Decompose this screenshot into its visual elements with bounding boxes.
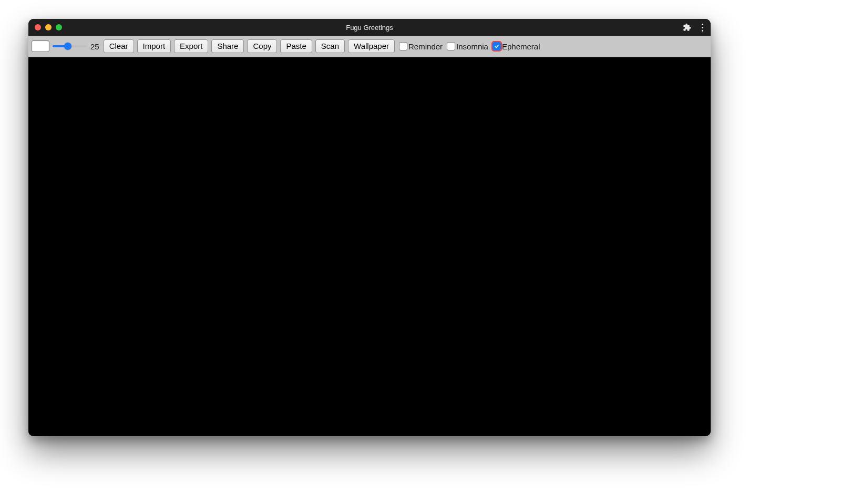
reminder-checkbox[interactable]: [399, 42, 407, 50]
window-controls: [35, 24, 62, 30]
reminder-label: Reminder: [408, 42, 443, 51]
color-swatch[interactable]: [32, 40, 49, 52]
copy-button[interactable]: Copy: [247, 39, 277, 53]
share-button[interactable]: Share: [211, 39, 244, 53]
insomnia-label: Insomnia: [456, 42, 488, 51]
app-window: Fugu Greetings 25 Clear: [28, 19, 711, 436]
extensions-icon[interactable]: [683, 23, 691, 32]
zoom-window-button[interactable]: [56, 24, 62, 30]
window-title: Fugu Greetings: [28, 24, 711, 32]
import-button[interactable]: Import: [137, 39, 171, 53]
clear-button[interactable]: Clear: [104, 39, 134, 53]
export-button[interactable]: Export: [174, 39, 208, 53]
toolbar: 25 Clear Import Export Share Copy Paste …: [28, 36, 711, 57]
close-window-button[interactable]: [35, 24, 41, 30]
wallpaper-button[interactable]: Wallpaper: [348, 39, 395, 53]
paste-button[interactable]: Paste: [280, 39, 312, 53]
brush-size-value: 25: [90, 42, 99, 51]
minimize-window-button[interactable]: [45, 24, 52, 30]
insomnia-checkbox[interactable]: [447, 42, 455, 50]
drawing-canvas[interactable]: [28, 57, 711, 436]
titlebar: Fugu Greetings: [28, 19, 711, 36]
brush-size-slider[interactable]: [53, 42, 86, 51]
ephemeral-checkbox[interactable]: [493, 42, 501, 50]
ephemeral-label: Ephemeral: [502, 42, 540, 51]
more-menu-icon[interactable]: [699, 22, 706, 34]
scan-button[interactable]: Scan: [315, 39, 345, 53]
